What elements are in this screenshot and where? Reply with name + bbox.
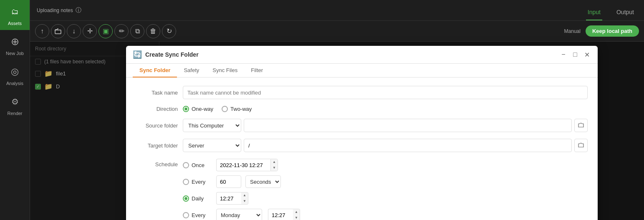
sidebar-item-assets-label: Assets [8, 21, 22, 26]
schedule-once-row: Once ▲ ▼ [183, 159, 300, 171]
weekly-time-wrap: ▲ ▼ [268, 209, 300, 220]
folder-add-button[interactable] [51, 24, 65, 38]
create-sync-folder-modal: 🔄 Create Sync Folder − □ ✕ Sync Folder S… [126, 46, 598, 220]
two-way-radio[interactable] [222, 106, 228, 112]
schedule-label: Schedule [136, 161, 178, 168]
sidebar: 🗂 Assets ⊕ New Job ◎ Analysis ⚙ Render [0, 0, 30, 220]
modal-tabs: Sync Folder Safety Sync Files Filter [126, 64, 598, 78]
sidebar-item-render-label: Render [7, 111, 22, 116]
modal-controls: − □ ✕ [559, 50, 591, 59]
tab-safety[interactable]: Safety [177, 64, 206, 78]
toolbar: ↑ ↓ ✛ ▣ ✏ ⧉ 🗑 ↻ Manual Keep local path [30, 21, 644, 42]
source-folder-path-input[interactable] [244, 119, 572, 132]
once-label: Once [192, 162, 205, 168]
every-interval-input[interactable] [216, 175, 241, 188]
target-folder-browse-button[interactable] [574, 139, 588, 152]
schedule-daily-row: Daily ▲ ▼ [183, 192, 300, 205]
schedule-daily-option[interactable]: Daily [183, 195, 212, 202]
weekly-label: Every [192, 212, 205, 218]
tab-input[interactable]: Input [586, 9, 602, 20]
new-job-icon: ⊕ [8, 34, 23, 49]
info-icon: ⓘ [76, 7, 81, 14]
edit-button[interactable]: ✏ [114, 24, 129, 38]
uploading-status: Uploading notes [37, 8, 73, 13]
modal-header-icon: 🔄 [133, 50, 142, 59]
source-folder-controls: This Computer Server [183, 119, 588, 132]
direction-label: Direction [136, 106, 178, 112]
modal-header: 🔄 Create Sync Folder − □ ✕ [126, 46, 598, 64]
weekly-spinner: ▲ ▼ [293, 209, 300, 220]
analysis-icon: ◎ [8, 64, 23, 79]
tab-sync-files[interactable]: Sync Files [206, 64, 244, 78]
sidebar-item-new-job-label: New Job [6, 51, 24, 56]
target-folder-label: Target folder [136, 142, 178, 149]
tab-output[interactable]: Output [615, 9, 636, 20]
source-folder-label: Source folder [136, 122, 178, 129]
tab-sync-folder[interactable]: Sync Folder [133, 64, 177, 78]
schedule-every-row: Every Seconds Minutes Hours [183, 175, 300, 188]
topbar-status-area: Uploading notes ⓘ [30, 7, 586, 14]
daily-time-wrap: ▲ ▼ [216, 192, 248, 205]
source-folder-type-select[interactable]: This Computer Server [183, 119, 241, 132]
modal-minimize-button[interactable]: − [559, 50, 568, 59]
manual-label: Manual [564, 28, 581, 34]
source-folder-browse-button[interactable] [574, 119, 588, 132]
once-spinner-up[interactable]: ▲ [271, 159, 278, 165]
refresh-button[interactable]: ↻ [162, 24, 176, 38]
every-label: Every [192, 179, 205, 185]
once-datetime-input[interactable] [216, 159, 270, 171]
every-radio[interactable] [183, 179, 189, 185]
copy-button[interactable]: ⧉ [130, 24, 144, 38]
direction-radio-group: One-way Two-way [183, 106, 252, 112]
sidebar-item-render[interactable]: ⚙ Render [0, 90, 30, 120]
direction-row: Direction One-way Two-way [136, 106, 588, 112]
weekly-spinner-down[interactable]: ▼ [293, 215, 300, 220]
once-spinner-down[interactable]: ▼ [271, 165, 278, 171]
cut-button[interactable]: ▣ [98, 24, 113, 38]
one-way-radio[interactable] [183, 106, 189, 112]
upload-button[interactable]: ↑ [35, 24, 49, 38]
daily-label: Daily [192, 195, 204, 202]
source-folder-row: Source folder This Computer Server [136, 119, 588, 132]
tab-filter[interactable]: Filter [244, 64, 270, 78]
delete-button[interactable]: 🗑 [146, 24, 160, 38]
sidebar-item-analysis-label: Analysis [6, 81, 23, 86]
download-button[interactable]: ↓ [67, 24, 81, 38]
task-name-input[interactable] [183, 86, 588, 99]
sidebar-item-new-job[interactable]: ⊕ New Job [0, 30, 30, 60]
svg-rect-0 [55, 30, 61, 34]
assets-icon: 🗂 [8, 4, 23, 19]
weekly-spinner-up[interactable]: ▲ [293, 209, 300, 215]
sidebar-item-assets[interactable]: 🗂 Assets [0, 0, 30, 30]
move-button[interactable]: ✛ [83, 24, 97, 38]
daily-spinner-up[interactable]: ▲ [241, 192, 248, 198]
once-radio[interactable] [183, 162, 189, 168]
daily-radio[interactable] [183, 195, 189, 202]
task-name-row: Task name [136, 86, 588, 99]
schedule-weekly-option[interactable]: Every [183, 212, 212, 218]
schedule-every-option[interactable]: Every [183, 179, 212, 185]
daily-spinner-down[interactable]: ▼ [241, 198, 248, 204]
direction-one-way[interactable]: One-way [183, 106, 213, 112]
modal-maximize-button[interactable]: □ [571, 50, 579, 59]
keep-local-path-button[interactable]: Keep local path [586, 25, 639, 37]
schedule-once-option[interactable]: Once [183, 162, 212, 168]
weekly-radio[interactable] [183, 212, 189, 218]
modal-title: Create Sync Folder [145, 51, 556, 58]
weekday-select[interactable]: Monday Tuesday Wednesday Thursday Friday… [216, 209, 262, 220]
once-datetime-wrap: ▲ ▼ [216, 159, 278, 171]
topbar-tabs: Input Output [586, 0, 644, 20]
target-folder-controls: Server This Computer [183, 139, 588, 152]
every-unit-select[interactable]: Seconds Minutes Hours [245, 175, 281, 188]
render-icon: ⚙ [8, 94, 23, 109]
modal-close-button[interactable]: ✕ [583, 50, 591, 59]
target-folder-row: Target folder Server This Computer [136, 139, 588, 152]
weekly-time-input[interactable] [268, 209, 293, 220]
once-spinner: ▲ ▼ [270, 159, 278, 171]
direction-two-way[interactable]: Two-way [222, 106, 252, 112]
sidebar-item-analysis[interactable]: ◎ Analysis [0, 60, 30, 90]
target-folder-path-input[interactable] [244, 139, 572, 152]
daily-time-input[interactable] [216, 192, 241, 205]
task-name-label: Task name [136, 90, 178, 96]
target-folder-type-select[interactable]: Server This Computer [183, 139, 241, 152]
